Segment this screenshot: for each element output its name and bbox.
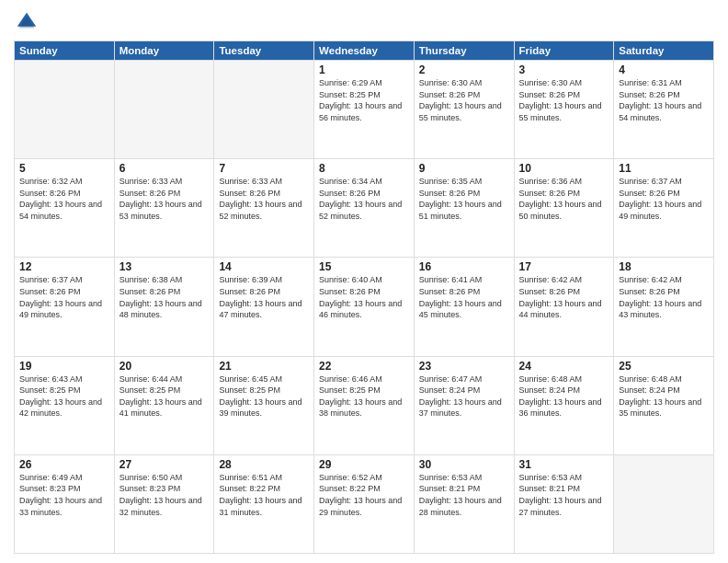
day-number-6: 6 (119, 162, 210, 175)
day-cell-29: 29Sunrise: 6:52 AM Sunset: 8:22 PM Dayli… (314, 454, 415, 553)
day-number-10: 10 (519, 162, 609, 175)
day-cell-26: 26Sunrise: 6:49 AM Sunset: 8:23 PM Dayli… (15, 454, 115, 553)
day-number-19: 19 (19, 360, 109, 373)
day-number-31: 31 (519, 458, 609, 471)
day-info-8: Sunrise: 6:34 AM Sunset: 8:26 PM Dayligh… (319, 176, 409, 222)
day-number-1: 1 (319, 63, 409, 76)
day-cell-4: 4Sunrise: 6:31 AM Sunset: 8:26 PM Daylig… (614, 61, 714, 159)
day-cell-25: 25Sunrise: 6:48 AM Sunset: 8:24 PM Dayli… (614, 356, 714, 454)
day-cell-10: 10Sunrise: 6:36 AM Sunset: 8:26 PM Dayli… (514, 159, 614, 258)
day-number-21: 21 (219, 360, 309, 373)
day-info-25: Sunrise: 6:48 AM Sunset: 8:24 PM Dayligh… (619, 373, 709, 419)
day-info-18: Sunrise: 6:42 AM Sunset: 8:26 PM Dayligh… (619, 274, 709, 320)
day-cell-6: 6Sunrise: 6:33 AM Sunset: 8:26 PM Daylig… (114, 159, 214, 258)
day-info-1: Sunrise: 6:29 AM Sunset: 8:25 PM Dayligh… (319, 77, 409, 123)
day-info-26: Sunrise: 6:49 AM Sunset: 8:23 PM Dayligh… (19, 472, 109, 518)
day-number-2: 2 (419, 63, 509, 76)
week-row-4: 26Sunrise: 6:49 AM Sunset: 8:23 PM Dayli… (15, 454, 714, 553)
day-info-5: Sunrise: 6:32 AM Sunset: 8:26 PM Dayligh… (19, 176, 109, 222)
day-cell-12: 12Sunrise: 6:37 AM Sunset: 8:26 PM Dayli… (15, 258, 115, 356)
day-info-27: Sunrise: 6:50 AM Sunset: 8:23 PM Dayligh… (119, 472, 210, 518)
day-info-4: Sunrise: 6:31 AM Sunset: 8:26 PM Dayligh… (619, 77, 709, 123)
day-cell-20: 20Sunrise: 6:44 AM Sunset: 8:25 PM Dayli… (114, 356, 214, 454)
day-number-13: 13 (119, 260, 210, 273)
day-info-28: Sunrise: 6:51 AM Sunset: 8:22 PM Dayligh… (219, 472, 309, 518)
day-header-friday: Friday (514, 41, 614, 61)
day-info-6: Sunrise: 6:33 AM Sunset: 8:26 PM Dayligh… (119, 176, 210, 222)
day-info-30: Sunrise: 6:53 AM Sunset: 8:21 PM Dayligh… (419, 472, 509, 518)
day-cell-18: 18Sunrise: 6:42 AM Sunset: 8:26 PM Dayli… (614, 258, 714, 356)
day-number-28: 28 (219, 458, 309, 471)
day-number-4: 4 (619, 63, 709, 76)
day-info-3: Sunrise: 6:30 AM Sunset: 8:26 PM Dayligh… (519, 77, 609, 123)
day-number-8: 8 (319, 162, 409, 175)
day-number-30: 30 (419, 458, 509, 471)
day-number-11: 11 (619, 162, 709, 175)
day-info-29: Sunrise: 6:52 AM Sunset: 8:22 PM Dayligh… (319, 472, 409, 518)
day-cell-9: 9Sunrise: 6:35 AM Sunset: 8:26 PM Daylig… (414, 159, 514, 258)
empty-cell (214, 61, 314, 159)
day-cell-24: 24Sunrise: 6:48 AM Sunset: 8:24 PM Dayli… (514, 356, 614, 454)
day-cell-30: 30Sunrise: 6:53 AM Sunset: 8:21 PM Dayli… (414, 454, 514, 553)
day-cell-17: 17Sunrise: 6:42 AM Sunset: 8:26 PM Dayli… (514, 258, 614, 356)
day-info-20: Sunrise: 6:44 AM Sunset: 8:25 PM Dayligh… (119, 373, 210, 419)
day-number-9: 9 (419, 162, 509, 175)
week-row-1: 5Sunrise: 6:32 AM Sunset: 8:26 PM Daylig… (15, 159, 714, 258)
day-cell-8: 8Sunrise: 6:34 AM Sunset: 8:26 PM Daylig… (314, 159, 415, 258)
calendar-table: SundayMondayTuesdayWednesdayThursdayFrid… (14, 40, 714, 554)
week-row-0: 1Sunrise: 6:29 AM Sunset: 8:25 PM Daylig… (15, 61, 714, 159)
day-cell-2: 2Sunrise: 6:30 AM Sunset: 8:26 PM Daylig… (414, 61, 514, 159)
day-number-22: 22 (319, 360, 409, 373)
day-number-29: 29 (319, 458, 409, 471)
day-info-16: Sunrise: 6:41 AM Sunset: 8:26 PM Dayligh… (419, 274, 509, 320)
day-number-14: 14 (219, 260, 309, 273)
day-info-9: Sunrise: 6:35 AM Sunset: 8:26 PM Dayligh… (419, 176, 509, 222)
day-info-11: Sunrise: 6:37 AM Sunset: 8:26 PM Dayligh… (619, 176, 709, 222)
day-header-tuesday: Tuesday (214, 41, 314, 61)
day-cell-5: 5Sunrise: 6:32 AM Sunset: 8:26 PM Daylig… (15, 159, 115, 258)
day-cell-14: 14Sunrise: 6:39 AM Sunset: 8:26 PM Dayli… (214, 258, 314, 356)
day-number-17: 17 (519, 260, 609, 273)
day-number-26: 26 (19, 458, 109, 471)
calendar-header-row: SundayMondayTuesdayWednesdayThursdayFrid… (15, 41, 714, 61)
day-header-sunday: Sunday (15, 41, 115, 61)
day-cell-22: 22Sunrise: 6:46 AM Sunset: 8:25 PM Dayli… (314, 356, 415, 454)
day-number-12: 12 (19, 260, 109, 273)
week-row-2: 12Sunrise: 6:37 AM Sunset: 8:26 PM Dayli… (15, 258, 714, 356)
day-info-21: Sunrise: 6:45 AM Sunset: 8:25 PM Dayligh… (219, 373, 309, 419)
header (14, 9, 714, 35)
day-cell-31: 31Sunrise: 6:53 AM Sunset: 8:21 PM Dayli… (514, 454, 614, 553)
day-header-saturday: Saturday (614, 41, 714, 61)
day-number-16: 16 (419, 260, 509, 273)
day-header-thursday: Thursday (414, 41, 514, 61)
day-cell-1: 1Sunrise: 6:29 AM Sunset: 8:25 PM Daylig… (314, 61, 415, 159)
day-info-22: Sunrise: 6:46 AM Sunset: 8:25 PM Dayligh… (319, 373, 409, 419)
day-info-13: Sunrise: 6:38 AM Sunset: 8:26 PM Dayligh… (119, 274, 210, 320)
day-number-18: 18 (619, 260, 709, 273)
day-cell-3: 3Sunrise: 6:30 AM Sunset: 8:26 PM Daylig… (514, 61, 614, 159)
day-number-5: 5 (19, 162, 109, 175)
logo (14, 9, 43, 35)
day-cell-7: 7Sunrise: 6:33 AM Sunset: 8:26 PM Daylig… (214, 159, 314, 258)
day-cell-27: 27Sunrise: 6:50 AM Sunset: 8:23 PM Dayli… (114, 454, 214, 553)
empty-cell (114, 61, 214, 159)
logo-icon (14, 9, 40, 35)
day-cell-11: 11Sunrise: 6:37 AM Sunset: 8:26 PM Dayli… (614, 159, 714, 258)
empty-cell (614, 454, 714, 553)
day-number-3: 3 (519, 63, 609, 76)
day-cell-16: 16Sunrise: 6:41 AM Sunset: 8:26 PM Dayli… (414, 258, 514, 356)
day-number-7: 7 (219, 162, 309, 175)
day-info-19: Sunrise: 6:43 AM Sunset: 8:25 PM Dayligh… (19, 373, 109, 419)
day-info-24: Sunrise: 6:48 AM Sunset: 8:24 PM Dayligh… (519, 373, 609, 419)
day-cell-21: 21Sunrise: 6:45 AM Sunset: 8:25 PM Dayli… (214, 356, 314, 454)
day-info-14: Sunrise: 6:39 AM Sunset: 8:26 PM Dayligh… (219, 274, 309, 320)
day-number-20: 20 (119, 360, 210, 373)
day-cell-15: 15Sunrise: 6:40 AM Sunset: 8:26 PM Dayli… (314, 258, 415, 356)
day-info-7: Sunrise: 6:33 AM Sunset: 8:26 PM Dayligh… (219, 176, 309, 222)
day-info-15: Sunrise: 6:40 AM Sunset: 8:26 PM Dayligh… (319, 274, 409, 320)
empty-cell (15, 61, 115, 159)
week-row-3: 19Sunrise: 6:43 AM Sunset: 8:25 PM Dayli… (15, 356, 714, 454)
day-cell-19: 19Sunrise: 6:43 AM Sunset: 8:25 PM Dayli… (15, 356, 115, 454)
day-info-12: Sunrise: 6:37 AM Sunset: 8:26 PM Dayligh… (19, 274, 109, 320)
day-header-monday: Monday (114, 41, 214, 61)
